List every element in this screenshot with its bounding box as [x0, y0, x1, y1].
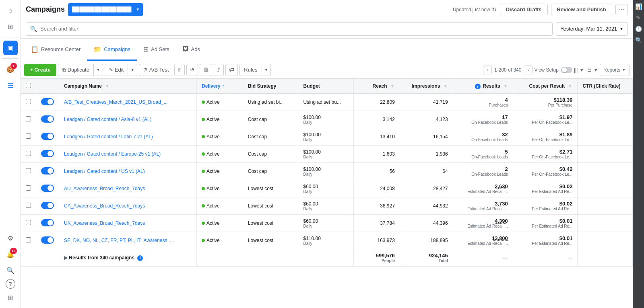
campaign-toggle-4[interactable] [41, 167, 54, 175]
campaign-toggle-8[interactable] [41, 236, 54, 244]
sidebar-icon-search[interactable]: 🔍 [3, 263, 18, 277]
date-filter[interactable]: Yesterday: Mar 11, 2021 ▼ [556, 22, 628, 36]
column-selector[interactable]: ||| ▼ [574, 67, 584, 73]
campaign-link-5[interactable]: AU_Awareness_Broad_Reach_7days [64, 186, 145, 191]
duplicate-button[interactable]: ⧉ Duplicate [58, 64, 93, 76]
reach-header[interactable]: Reach ▼ [354, 79, 400, 94]
rules-chevron[interactable]: ▼ [262, 64, 271, 76]
results-header[interactable]: i Results ▼ [453, 79, 513, 94]
select-all-checkbox[interactable] [21, 79, 36, 94]
prev-page-button[interactable]: ‹ [483, 66, 492, 74]
campaign-link-1[interactable]: Leadgen / Gated content / Asia-8 v1 (AL) [64, 117, 151, 122]
campaign-link-2[interactable]: Leadgen / Gated content / Latin-7 v1 (AL… [64, 134, 153, 140]
more-options-button[interactable]: ··· [615, 4, 628, 15]
edit-button[interactable]: ✎ Edit [105, 64, 128, 76]
campaign-link-3[interactable]: Leadgen / Gated content / Europe-25 v1 (… [64, 151, 161, 157]
right-sidebar-charts-icon[interactable]: 📊 [635, 3, 642, 10]
tab-resource-center[interactable]: 📋 Resource Center [24, 39, 87, 61]
row-checkbox-8[interactable] [21, 232, 36, 249]
sidebar-icon-help[interactable]: ? [6, 279, 15, 289]
row-toggle-3[interactable] [36, 146, 59, 163]
row-toggle-7[interactable] [36, 215, 59, 232]
row-select-0[interactable] [26, 99, 31, 104]
tab-ads[interactable]: 🖼 Ads [176, 39, 206, 61]
row-checkbox-4[interactable] [21, 163, 36, 180]
cost-per-result-header[interactable]: Cost per Result ▼ [513, 79, 578, 94]
share-button[interactable]: ⤴ [214, 64, 224, 76]
campaign-link-6[interactable]: CA_Awareness_Broad_Reach_7days [64, 203, 145, 209]
next-page-button[interactable]: › [524, 66, 533, 74]
ctr-header[interactable]: CTR (Click Rate) [578, 79, 633, 94]
row-checkbox-7[interactable] [21, 215, 36, 232]
row-checkbox-5[interactable] [21, 180, 36, 197]
header-checkbox[interactable] [26, 83, 31, 88]
row-checkbox-3[interactable] [21, 146, 36, 163]
results-info-icon[interactable]: i [475, 84, 481, 89]
row-toggle-0[interactable] [36, 94, 59, 111]
campaign-toggle-2[interactable] [41, 133, 54, 140]
row-select-8[interactable] [26, 237, 31, 242]
row-toggle-2[interactable] [36, 128, 59, 146]
create-button[interactable]: + Create [24, 64, 56, 76]
tag-button[interactable]: 🏷 [225, 64, 238, 76]
campaign-link-8[interactable]: SE, DK, NO, NL, CZ, FR, PT, PL, IT_Aware… [64, 238, 174, 243]
row-checkbox-6[interactable] [21, 197, 36, 215]
bid-strategy-header[interactable]: Bid Strategy [243, 79, 298, 94]
sidebar-icon-home[interactable]: ⌂ [3, 3, 18, 18]
right-sidebar-edit-icon[interactable]: ✎ [636, 14, 641, 21]
row-toggle-4[interactable] [36, 163, 59, 180]
row-select-2[interactable] [26, 133, 31, 139]
campaign-name-header[interactable]: Campaign Name ▼ [59, 79, 197, 94]
campaign-link-0[interactable]: A/B_Test_Creatives_March_2021_US_Broad_.… [64, 99, 167, 105]
impressions-header[interactable]: Impressions ▼ [400, 79, 453, 94]
row-select-7[interactable] [26, 220, 31, 225]
undo-button[interactable]: ↺ [186, 64, 198, 76]
row-toggle-6[interactable] [36, 197, 59, 215]
row-select-6[interactable] [26, 203, 31, 208]
expand-icon[interactable]: ▶ [64, 255, 68, 261]
campaign-toggle-6[interactable] [41, 202, 54, 209]
delivery-header[interactable]: Delivery ↑ [197, 79, 243, 94]
account-selector[interactable]: ████████████████ [68, 3, 143, 16]
duplicate-chevron[interactable]: ▼ [93, 64, 103, 76]
search-input[interactable] [40, 26, 548, 32]
budget-header[interactable]: Budget [298, 79, 354, 94]
tab-campaigns[interactable]: 📁 Campaigns [87, 39, 137, 61]
sidebar-icon-apps[interactable]: ⊞ [3, 19, 18, 34]
ab-test-button[interactable]: ⚗ A/B Test [139, 64, 173, 76]
view-setup-toggle[interactable] [561, 67, 572, 73]
campaign-link-7[interactable]: UK_Awareness_Broad_Reach_7days [64, 220, 145, 226]
campaign-toggle-5[interactable] [41, 185, 54, 192]
row-checkbox-2[interactable] [21, 128, 36, 146]
sidebar-icon-cookie[interactable]: 🍪 1 [3, 62, 18, 76]
tab-ad-sets[interactable]: ⊞ Ad Sets [137, 39, 176, 61]
row-checkbox-1[interactable] [21, 111, 36, 128]
row-toggle-5[interactable] [36, 180, 59, 197]
sidebar-icon-notifications[interactable]: 🔔 15 [3, 247, 18, 261]
sidebar-icon-campaigns[interactable]: ▣ [3, 41, 18, 55]
discard-drafts-button[interactable]: Discard Drafts [500, 4, 548, 15]
row-display-selector[interactable]: ☰ ▼ [587, 67, 598, 73]
refresh-icon[interactable]: ↻ [492, 6, 497, 13]
campaign-toggle-1[interactable] [41, 115, 54, 123]
rules-button[interactable]: Rules [239, 64, 261, 76]
sidebar-icon-settings[interactable]: ⚙ [3, 231, 18, 245]
row-select-5[interactable] [26, 185, 31, 191]
delete-button[interactable]: 🗑 [200, 64, 212, 76]
reports-button[interactable]: Reports ▼ [600, 64, 630, 76]
footer-info-icon[interactable]: i [137, 255, 143, 261]
sidebar-icon-data-table[interactable]: ⊞ [3, 290, 18, 305]
copy-button[interactable]: ⎘ [174, 64, 185, 76]
row-select-4[interactable] [26, 168, 31, 173]
row-select-3[interactable] [26, 151, 31, 156]
campaign-link-4[interactable]: Leadgen / Gated content / US v1 (AL) [64, 168, 145, 174]
right-sidebar-search-icon[interactable]: 🔍 [635, 37, 642, 43]
sidebar-icon-grid[interactable]: ☰ [3, 78, 18, 92]
row-select-1[interactable] [26, 116, 31, 121]
campaign-toggle-3[interactable] [41, 150, 54, 157]
edit-chevron[interactable]: ▼ [128, 64, 137, 76]
row-toggle-1[interactable] [36, 111, 59, 128]
row-checkbox-0[interactable] [21, 94, 36, 111]
campaign-toggle-0[interactable] [41, 98, 54, 105]
right-sidebar-clock-icon[interactable]: 🕐 [635, 26, 642, 32]
